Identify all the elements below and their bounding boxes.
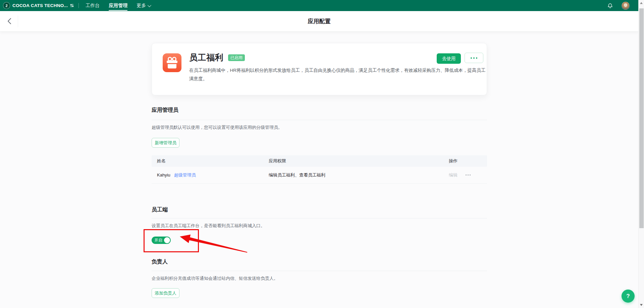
navbar-right [607,0,630,11]
user-avatar[interactable] [622,2,630,10]
dot [468,174,469,175]
company-logo: 2 [3,2,10,9]
go-use-button[interactable]: 去使用 [437,53,461,64]
tab-workbench-label: 工作台 [86,3,100,9]
employee-section-divider [152,218,487,218]
toggle-label: 开启 [154,238,162,243]
role-link[interactable]: 超级管理员 [174,172,196,177]
tab-app-management-label: 应用管理 [109,3,127,9]
tab-more-label: 更多 [137,3,146,9]
add-owner-button[interactable]: 添加负责人 [152,288,179,298]
ellipsis-icon [471,57,472,59]
employee-section-title: 员工端 [152,206,168,213]
add-admin-button[interactable]: 新增管理员 [152,138,179,148]
admin-section-divider [152,120,487,120]
owner-section-desc: 企业福利积分充值成功等通知会通过站内信、短信发送给负责人。 [152,275,278,281]
page-header: 应用配置 [0,11,638,32]
tab-more[interactable]: 更多 [137,0,150,11]
cell-permissions: 编辑员工福利、查看员工福利 [263,172,443,178]
col-header-permissions: 应用权限 [263,158,443,164]
row-more-icon[interactable] [466,174,471,175]
bell-icon[interactable] [607,2,613,9]
navbar-tabs: 工作台 应用管理 更多 [86,0,150,11]
navbar-divider [78,3,79,8]
app-config-page: 2 COCOA CATS TECHNO... 工作台 应用管理 更多 [0,0,644,308]
ellipsis-icon [476,57,477,59]
cell-actions: 编辑 [443,172,487,178]
admin-section-title: 应用管理员 [152,107,178,114]
chevron-down-icon [148,3,151,7]
dot [470,174,471,175]
gift-app-icon [163,53,181,72]
question-mark-icon: ? [626,293,630,300]
company-logo-text: 2 [5,4,7,8]
status-badge: 已启用 [228,54,245,61]
admin-name: Kahyiu [157,172,170,177]
switch-org-icon[interactable] [70,3,74,8]
admin-table: 姓名 应用权限 操作 Kahyiu超级管理员 编辑员工福利、查看员工福利 编辑 [152,155,487,184]
app-name: 员工福利 [189,52,223,63]
scrollbar-thumb[interactable] [639,8,644,228]
app-description: 在员工福利商城中，HR将福利以积分的形式发放给员工，员工自由兑换心仪的商品，满足… [189,66,486,83]
vertical-scrollbar [638,0,644,308]
scrollbar-up-arrow-icon[interactable] [640,2,643,4]
admin-table-header: 姓名 应用权限 操作 [152,155,487,167]
owner-section-divider [152,271,487,271]
ellipsis-icon [473,57,475,59]
company-name: COCOA CATS TECHNO... [12,3,68,8]
table-row: Kahyiu超级管理员 编辑员工福利、查看员工福利 编辑 [152,167,487,184]
toggle-knob [164,237,170,243]
cell-name: Kahyiu超级管理员 [152,172,263,178]
employee-entry-toggle[interactable]: 开启 [152,237,171,244]
scrollbar-down-arrow-icon[interactable] [640,304,643,306]
dot [466,174,467,175]
edit-action[interactable]: 编辑 [449,172,458,178]
admin-section-desc: 超级管理员默认可以使用，您可以设置可使用该应用的分级管理员。 [152,124,282,131]
top-navbar: 2 COCOA CATS TECHNO... 工作台 应用管理 更多 [0,0,638,11]
col-header-name: 姓名 [152,158,263,164]
help-button[interactable]: ? [622,290,635,303]
page-title: 应用配置 [0,11,638,32]
tab-app-management[interactable]: 应用管理 [109,0,127,11]
employee-section-desc: 设置员工在员工端工作台，是否能看到员工福利商城入口。 [152,223,265,229]
app-title-row: 员工福利 已启用 [189,52,245,63]
org-switcher[interactable]: 2 COCOA CATS TECHNO... [0,0,84,11]
tab-workbench[interactable]: 工作台 [86,0,100,11]
owner-section-title: 负责人 [152,258,168,265]
app-info-card: 员工福利 已启用 在员工福利商城中，HR将福利以积分的形式发放给员工，员工自由兑… [152,43,487,95]
col-header-actions: 操作 [443,158,487,164]
more-actions-button[interactable] [465,53,483,63]
